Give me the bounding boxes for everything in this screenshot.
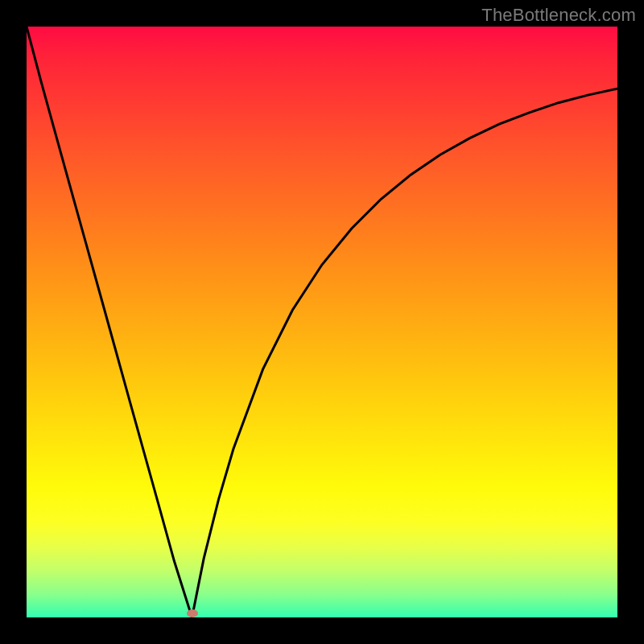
bottleneck-curve xyxy=(27,27,617,617)
plot-area xyxy=(27,27,617,617)
optimal-point-marker xyxy=(187,609,198,617)
watermark-text: TheBottleneck.com xyxy=(481,5,636,26)
chart-frame: TheBottleneck.com xyxy=(0,0,644,644)
